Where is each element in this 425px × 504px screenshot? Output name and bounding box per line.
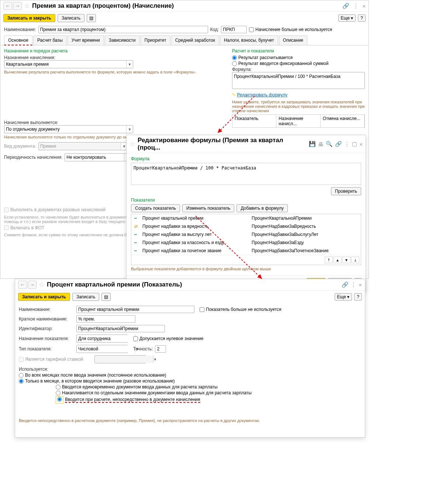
menu-icon[interactable]: ⋮: [344, 141, 350, 147]
code-input[interactable]: [221, 26, 247, 33]
list-item[interactable]: ━Процент квартальной премииПроцентКварта…: [131, 214, 361, 222]
formula-textarea[interactable]: ПроцентКвартальнойПремии / 100 * Расчетн…: [232, 72, 365, 89]
save-close-button[interactable]: Записать и закрыть: [3, 14, 55, 22]
move-down-button[interactable]: ▼: [342, 257, 350, 263]
indicator-window: ← → ☆ Процент квартальной премии (Показа…: [15, 279, 365, 438]
used-label: Используется:: [19, 367, 361, 372]
period-combo[interactable]: [65, 154, 124, 161]
move-top-button[interactable]: ⤒: [325, 257, 333, 263]
tab-time[interactable]: Учет времени: [68, 35, 104, 45]
id-input[interactable]: [76, 325, 165, 332]
save-icon[interactable]: 💾: [309, 141, 316, 147]
link-icon[interactable]: 🔗: [342, 3, 349, 9]
indicator-icon: ━: [134, 232, 139, 237]
calc-radio-auto[interactable]: [232, 55, 237, 60]
help-button[interactable]: ?: [354, 293, 362, 301]
close-icon[interactable]: ×: [359, 282, 362, 288]
print-icon[interactable]: 🖶: [318, 141, 324, 147]
calc-radio-fixed[interactable]: [232, 61, 237, 66]
once-calc-radio[interactable]: [57, 397, 62, 402]
more-button[interactable]: Еще ▾: [338, 14, 356, 22]
purpose-section: Назначение и порядок расчета: [4, 48, 227, 54]
doctype-combo[interactable]: [39, 143, 121, 150]
used-once-radio[interactable]: [19, 379, 24, 384]
allow-zero-checkbox[interactable]: [133, 336, 138, 341]
short-name-input[interactable]: [76, 315, 135, 323]
search-icon[interactable]: 🔍: [326, 141, 333, 147]
list-item[interactable]: ⇄Процент надбавки за вредностьПроцентНад…: [131, 222, 361, 230]
indicator-table-header: ПоказательНазначение начисл...Отмена нач…: [232, 114, 365, 128]
toolbar: Записать и закрыть Записать ▤ Еще ▾ ?: [0, 12, 369, 24]
formula-label: Формула: [131, 156, 361, 161]
tab-desc[interactable]: Описание: [279, 35, 307, 45]
purpose-label: Назначение начисления:: [4, 55, 227, 60]
close-icon[interactable]: ×: [362, 3, 366, 9]
back-button[interactable]: ←: [3, 2, 12, 10]
forward-button[interactable]: →: [28, 281, 37, 289]
titlebar: ← → ☆ Премия за квартал (процентом) (Нач…: [0, 0, 369, 12]
add-to-formula-button[interactable]: Добавить в формулу: [236, 204, 287, 212]
close-icon[interactable]: ×: [359, 141, 363, 147]
name-label: Наименование:: [4, 27, 36, 32]
edit-formula-link[interactable]: Редактировать формулу: [237, 92, 287, 97]
tab-tax[interactable]: Налоги, взносы, бухучет: [220, 35, 278, 45]
not-used-checkbox[interactable]: [249, 27, 254, 32]
favorite-icon[interactable]: ☆: [129, 140, 135, 148]
menu-icon[interactable]: ⋮: [351, 281, 356, 288]
list-item[interactable]: ━Процент надбавки за классность и ездуПр…: [131, 239, 361, 247]
once-accum-radio[interactable]: [56, 391, 61, 395]
name-input[interactable]: [38, 26, 208, 33]
link-icon[interactable]: 🔗: [335, 141, 342, 147]
favorite-icon[interactable]: ☆: [24, 2, 30, 10]
name-input[interactable]: [76, 306, 194, 313]
forward-button[interactable]: →: [13, 2, 22, 10]
code-label: Код:: [210, 27, 219, 32]
tabs: Основное Расчет базы Учет времени Зависи…: [0, 35, 369, 45]
tab-avg[interactable]: Средний заработок: [171, 35, 219, 45]
tab-base[interactable]: Расчет базы: [33, 35, 67, 45]
toolbar-icon-button[interactable]: ▤: [101, 293, 111, 301]
purpose-combo[interactable]: [77, 335, 135, 342]
create-indicator-button[interactable]: Создать показатель: [131, 204, 180, 212]
exec-combo[interactable]: [4, 126, 126, 133]
list-item[interactable]: ━Процент надбавки за почетное званиеПроц…: [131, 247, 361, 255]
save-button[interactable]: Записать: [58, 14, 84, 22]
formula-label: Формула:: [232, 67, 365, 72]
exec-dropdown-icon[interactable]: ▼: [126, 126, 133, 133]
purpose-combo[interactable]: [4, 61, 126, 68]
favorite-icon[interactable]: ☆: [39, 281, 45, 289]
purpose-hint: Вычисление результата расчета выполняетс…: [4, 70, 227, 74]
tab-deps[interactable]: Зависимости: [105, 35, 140, 45]
type-combo[interactable]: [77, 345, 135, 353]
purpose-dropdown-icon[interactable]: ▼: [126, 61, 133, 68]
link-icon[interactable]: 🔗: [342, 281, 349, 288]
doctype-label: Вид документа:: [4, 144, 36, 149]
formula-code[interactable]: ПроцентКвартальнойПремии / 100 * Расчетн…: [131, 163, 361, 185]
tab-priority[interactable]: Приоритет: [141, 35, 170, 45]
indicator-icon: ━: [134, 248, 139, 253]
change-indicator-button[interactable]: Изменить показатель: [182, 204, 235, 212]
used-permanent-radio[interactable]: [19, 373, 24, 378]
list-item[interactable]: ━Процент надбавки за выслугу летПроцентН…: [131, 230, 361, 239]
fot-checkbox: [4, 225, 9, 230]
window-title: Редактирование формулы (Премия за кварта…: [138, 137, 307, 151]
menu-icon[interactable]: ⋮: [353, 3, 359, 9]
pencil-icon: ✎: [232, 92, 236, 97]
toolbar-icon-button[interactable]: ▤: [87, 14, 96, 22]
help-button[interactable]: ?: [358, 14, 366, 22]
tab-main[interactable]: Основное: [4, 35, 32, 45]
move-bottom-button[interactable]: ⤓: [351, 257, 359, 263]
save-button[interactable]: Записать: [72, 293, 99, 301]
not-used-checkbox[interactable]: [200, 307, 204, 312]
formula-hint: Ниже укажите, требуется ли запрашивать з…: [232, 100, 365, 113]
back-button[interactable]: ←: [18, 281, 27, 289]
once-single-radio[interactable]: [56, 385, 61, 390]
more-button[interactable]: Еще ▾: [335, 293, 352, 301]
maximize-icon[interactable]: ▢: [352, 141, 357, 147]
move-up-button[interactable]: ▲: [334, 257, 342, 263]
check-button[interactable]: Проверить: [331, 187, 361, 195]
calc-section: Расчет и показатели: [232, 48, 365, 54]
save-close-button[interactable]: Записать и закрыть: [18, 293, 70, 301]
precision-input[interactable]: [155, 345, 166, 353]
tariff-checkbox: [19, 357, 24, 362]
